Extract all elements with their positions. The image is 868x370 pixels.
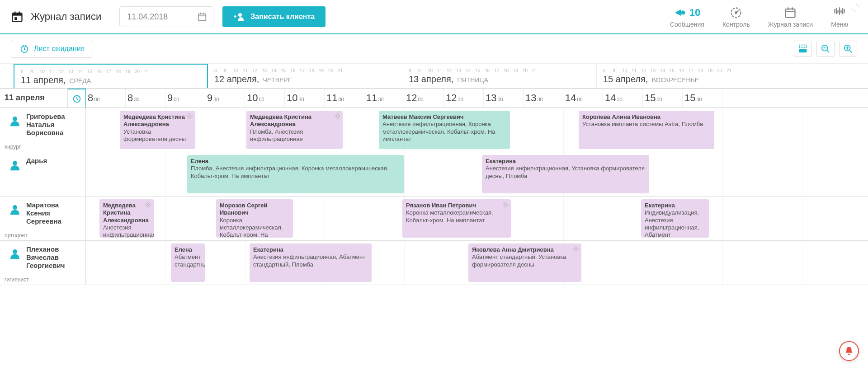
- page-title: Журнал записи: [31, 11, 101, 23]
- staff-cell[interactable]: Плеханов Вячеслав Георгиевич гигиенист: [0, 241, 86, 285]
- day-tab-label: 12 апреля, ЧЕТВЕРГ: [214, 74, 396, 84]
- svg-rect-16: [786, 9, 795, 18]
- add-client-button[interactable]: Записать клиента: [222, 6, 326, 27]
- staff-cell[interactable]: Дарья: [0, 152, 86, 196]
- time-slot-header: 1400: [563, 89, 603, 108]
- layout-toggle-button[interactable]: [794, 41, 812, 57]
- day-tab[interactable]: 89101112131415161718192021 11 апреля, СР…: [14, 64, 208, 88]
- row-grid[interactable]: Елена Абатмент стандартный Екатерина Ане…: [86, 241, 868, 285]
- staff-name: Дарья: [26, 157, 47, 165]
- day-tab[interactable]: 89101112131415161718192021 12 апреля, ЧЕ…: [208, 64, 402, 88]
- timeline-header: 11 апреля 800830900930100010301100113012…: [0, 89, 868, 108]
- svg-line-40: [850, 51, 852, 53]
- appointment[interactable]: Морозов Сергей Иванович Коронка металлок…: [216, 199, 293, 238]
- time-slot-header: 900: [165, 89, 205, 108]
- appointment-name: Королева Алина Ивановна: [582, 113, 711, 121]
- day-tab-dayname: ПЯТНИЦА: [457, 76, 488, 84]
- day-tab[interactable]: 89101112131415161718192021 15 апреля, ВО…: [597, 64, 791, 88]
- megaphone-icon: [674, 6, 687, 19]
- svg-rect-24: [840, 10, 841, 13]
- staff-cell[interactable]: Григорьева Наталья Борисовна хирург: [0, 108, 86, 152]
- appointment[interactable]: Елена Абатмент стандартный: [171, 244, 205, 282]
- svg-rect-20: [834, 9, 835, 13]
- header: Журнал записи Записать клиента 10 Сообще…: [0, 0, 868, 34]
- appointment-name: Екатерина: [486, 158, 646, 165]
- staff-role: хирург: [5, 144, 21, 150]
- avatar-icon: [8, 114, 22, 128]
- time-slot-header: 1430: [603, 89, 643, 108]
- appointment[interactable]: Екатерина Индивидуализация, Анестезия ин…: [641, 199, 709, 238]
- svg-rect-21: [836, 8, 837, 14]
- zoom-in-button[interactable]: [839, 41, 857, 57]
- svg-point-47: [13, 249, 17, 254]
- svg-point-15: [736, 12, 737, 14]
- appointment-desc: Анестезия инфильтрационная, Коронка мета…: [382, 121, 506, 143]
- appointment[interactable]: Королева Алина Ивановна Установка имплан…: [579, 111, 714, 149]
- day-tab-label: 11 апреля, СРЕДА: [21, 75, 201, 85]
- row-grid[interactable]: Медведева Кристина Александровна Установ…: [86, 108, 868, 152]
- waiting-list-label: Лист ожидания: [34, 45, 85, 53]
- calendar-icon: [11, 10, 24, 23]
- messages-label: Сообщения: [670, 21, 704, 28]
- journal-label: Журнал записи: [768, 21, 813, 28]
- row-grid[interactable]: Елена Пломба, Анестезия инфильтрационная…: [86, 152, 868, 196]
- day-tab-date: 11 апреля,: [21, 75, 66, 85]
- calendar-small-icon: [784, 6, 797, 19]
- alarm-clock-icon: [72, 94, 82, 103]
- appointment[interactable]: Рязанов Иван Петрович Коронка металлокер…: [402, 199, 511, 238]
- time-slot-header: 1000: [245, 89, 285, 108]
- svg-rect-26: [844, 9, 844, 13]
- appointment[interactable]: Екатерина Анестезия инфильтрационная, Аб…: [250, 244, 372, 282]
- control-action[interactable]: Контроль: [713, 5, 759, 28]
- appointment-desc: Пломба, Анестезия инфильтрационная, Коро…: [191, 165, 401, 180]
- zoom-out-icon: [821, 44, 830, 54]
- appointment[interactable]: Медведева Кристина Александровна Установ…: [120, 111, 195, 149]
- appointment-name: Рязанов Иван Петрович: [406, 202, 507, 209]
- appointment-desc: Установка формирователя десны: [123, 128, 192, 143]
- day-tab-dayname: СРЕДА: [69, 77, 91, 84]
- appointment-desc: Индивидуализация, Анестезия инфильтрацио…: [645, 209, 705, 238]
- appointment-desc: Анестезия инфильтрационная, Установка фо…: [486, 165, 646, 180]
- appointment[interactable]: Яковлева Анна Дмитриевна Абатмент станда…: [468, 244, 581, 282]
- header-actions: 10 Сообщения Контроль Журнал записи Меню: [661, 5, 857, 28]
- svg-rect-23: [839, 7, 840, 14]
- clock-icon: [19, 44, 29, 54]
- appointment[interactable]: Матвеев Максим Сергеевич Анестезия инфил…: [379, 111, 510, 149]
- appointment[interactable]: Медведева Кристина Александровна Пломба,…: [246, 111, 343, 149]
- appointment-name: Екатерина: [253, 246, 368, 253]
- waiting-list-button[interactable]: Лист ожидания: [11, 40, 93, 58]
- staff-cell[interactable]: Маратова Ксения Сергеевна ортодонт: [0, 197, 86, 240]
- day-tab[interactable]: 89101112131415161718192021 13 апреля, ПЯ…: [402, 64, 597, 88]
- appointment[interactable]: Елена Пломба, Анестезия инфильтрационная…: [187, 155, 404, 193]
- svg-rect-2: [14, 11, 15, 14]
- svg-line-31: [25, 45, 26, 46]
- time-slot-header: 1500: [643, 89, 683, 108]
- avatar-icon: [8, 247, 22, 261]
- time-slot-header: 1330: [524, 89, 563, 108]
- svg-point-44: [13, 117, 17, 121]
- tag-icon: [334, 112, 341, 120]
- appointment-name: Медведева Кристина Александровна: [103, 202, 150, 224]
- journal-action[interactable]: Журнал записи: [759, 5, 822, 28]
- timeline-date: 11 апреля: [0, 89, 68, 108]
- day-tab-hours: 89101112131415161718192021: [21, 69, 201, 74]
- svg-rect-4: [14, 17, 17, 20]
- control-label: Контроль: [722, 21, 750, 28]
- day-tab-dayname: ЧЕТВЕРГ: [263, 76, 291, 84]
- tag-icon: [186, 112, 193, 120]
- messages-action[interactable]: 10 Сообщения: [661, 5, 713, 28]
- day-tab-hours: 89101112131415161718192021: [214, 68, 396, 73]
- add-client-label: Записать клиента: [250, 13, 315, 21]
- row-grid[interactable]: Медведева Кристина Александровна Анестез…: [86, 197, 868, 240]
- calendar-picker-icon[interactable]: [197, 12, 207, 22]
- appointment[interactable]: Екатерина Анестезия инфильтрационная, Ус…: [482, 155, 649, 193]
- zoom-out-button[interactable]: [816, 41, 835, 57]
- svg-rect-32: [799, 45, 807, 48]
- timeline-clock-button[interactable]: [68, 89, 86, 108]
- staff-role: гигиенист: [5, 276, 29, 283]
- appointment[interactable]: Медведева Кристина Александровна Анестез…: [99, 199, 154, 238]
- staff-name: Маратова Ксения Сергеевна: [26, 201, 81, 225]
- avatar-icon: [8, 203, 22, 216]
- appointment-desc: Коронка металлокерамическая. Кобальт-хро…: [406, 209, 507, 224]
- svg-rect-3: [19, 11, 20, 14]
